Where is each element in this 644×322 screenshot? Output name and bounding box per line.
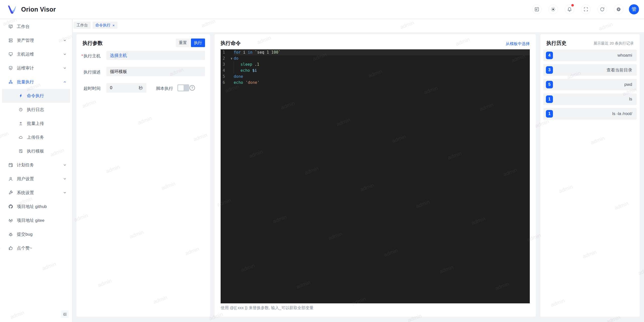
description-input[interactable]: 循环模板 <box>106 67 205 76</box>
gitee-icon <box>8 218 13 223</box>
notification-icon <box>567 7 572 12</box>
sidebar-item-exec-log[interactable]: 执行日志 <box>2 103 70 117</box>
sidebar-item-system-settings[interactable]: 系统设置 <box>2 186 70 200</box>
chevron-down-icon <box>63 66 67 70</box>
like-icon <box>8 246 13 251</box>
history-record[interactable]: 5pwd <box>543 79 637 90</box>
audit-icon <box>8 66 13 71</box>
sidebar-item-label: 执行模板 <box>27 148 44 154</box>
app-header: Orion Visor 管 <box>0 0 644 19</box>
timeout-input[interactable]: 0 秒 <box>106 83 146 93</box>
app-logo: Orion Visor <box>0 4 56 15</box>
code-button[interactable] <box>532 5 542 14</box>
help-icon[interactable]: ? <box>189 85 195 91</box>
code-text: sleep .1 <box>234 61 259 67</box>
exec-count-badge: 1 <box>546 110 553 118</box>
user-avatar[interactable]: 管 <box>629 4 639 14</box>
sidebar-item-assets[interactable]: 资产管理 <box>2 33 70 47</box>
header-actions <box>532 5 629 14</box>
collapse-sidebar-button[interactable] <box>61 310 69 318</box>
sidebar-item-gitee[interactable]: 项目地址 gitee <box>2 213 70 227</box>
refresh-button[interactable] <box>597 5 607 14</box>
sidebar-item-label: 用户设置 <box>17 176 34 182</box>
exec-params-title: 执行参数 <box>83 40 103 47</box>
sidebar-item-user-settings[interactable]: 用户设置 <box>2 172 70 186</box>
history-command: ls <box>629 97 632 102</box>
code-line-5: 5done <box>221 74 530 80</box>
run-button[interactable]: 执行 <box>191 39 205 47</box>
exec-count-badge: 1 <box>546 95 553 103</box>
tab-label: 工作台 <box>76 23 88 28</box>
code-line-3: 3sleep .1 <box>221 61 530 67</box>
select-from-template-link[interactable]: 从模板中选择 <box>506 41 530 47</box>
sidebar-item-upload-task[interactable]: 上传任务 <box>2 130 70 144</box>
system-settings-icon <box>8 190 13 195</box>
chevron-down-icon <box>63 52 67 56</box>
user-settings-icon <box>8 176 13 182</box>
sidebar-item-bug[interactable]: 提交bug <box>2 227 70 241</box>
line-number: 4 <box>221 67 234 74</box>
chevron-down-icon <box>63 163 67 167</box>
theme-button[interactable] <box>548 5 558 14</box>
batch-upload-icon <box>18 121 23 126</box>
tab-1[interactable]: 命令执行× <box>93 22 117 29</box>
sidebar-item-label: 点个赞~ <box>17 245 32 251</box>
sidebar-item-label: 批量上传 <box>27 121 44 126</box>
sidebar-item-workbench[interactable]: 工作台 <box>2 20 70 33</box>
exec-count-badge: 3 <box>546 66 553 74</box>
code-line-1: 1for i in `seq 1 100` <box>221 49 530 55</box>
history-record[interactable]: 1ls -la /root/ <box>543 108 637 120</box>
history-record[interactable]: 1ls <box>543 93 637 105</box>
host-select-field[interactable]: 选择主机 <box>106 51 205 60</box>
close-tab-icon[interactable]: × <box>112 23 115 27</box>
exec-history-panel: 执行历史 展示最近 20 条执行记录 4whoami3查看当前目录5pwd1ls… <box>540 34 640 317</box>
sidebar-item-audit[interactable]: 运维审计 <box>2 61 70 75</box>
tab-0[interactable]: 工作台 <box>74 22 91 29</box>
chevron-up-icon <box>63 80 67 84</box>
refresh-icon <box>600 7 605 12</box>
select-host-link[interactable]: 选择主机 <box>110 53 127 58</box>
tabs: 工作台命令执行× <box>73 19 644 29</box>
history-record[interactable]: 4whoami <box>543 50 637 61</box>
assets-icon <box>8 38 13 43</box>
code-editor[interactable]: 1for i in `seq 1 100`2∨do3sleep .14echo … <box>221 49 530 303</box>
sidebar-item-schedule[interactable]: 计划任务 <box>2 158 70 172</box>
sidebar-item-label: 提交bug <box>17 231 32 237</box>
sidebar-item-github[interactable]: 项目地址 github <box>2 200 70 213</box>
code-text: echo 'done' <box>234 80 260 86</box>
exec-command-panel: 执行命令 从模板中选择 1for i in `seq 1 100`2∨do3sl… <box>215 34 536 317</box>
reset-button[interactable]: 重置 <box>176 39 190 47</box>
notification-badge-dot <box>571 4 574 7</box>
exec-history-subtitle: 展示最近 20 条执行记录 <box>593 41 634 46</box>
sidebar-item-batch-exec[interactable]: 批量执行 <box>2 75 70 89</box>
line-number: 2∨ <box>221 55 234 61</box>
fullscreen-button[interactable] <box>581 5 591 14</box>
sidebar-item-exec-template[interactable]: 执行模板 <box>2 144 70 158</box>
script-exec-toggle[interactable] <box>177 84 189 91</box>
history-record[interactable]: 3查看当前目录 <box>543 64 637 76</box>
notification-button[interactable] <box>565 5 574 14</box>
sidebar-item-label: 资产管理 <box>17 38 34 43</box>
bug-icon <box>8 232 13 237</box>
orion-visor-logo-icon <box>7 4 18 15</box>
sidebar-item-batch-upload[interactable]: 批量上传 <box>2 117 70 130</box>
sidebar-item-label: 批量执行 <box>17 79 34 85</box>
history-command: ls -la /root/ <box>612 111 632 116</box>
sidebar-item-like[interactable]: 点个赞~ <box>2 241 70 255</box>
timeout-label: 超时时间 <box>76 86 101 91</box>
sidebar-item-label: 上传任务 <box>27 134 44 140</box>
code-text: for i in `seq 1 100` <box>234 49 281 55</box>
timeout-unit: 秒 <box>139 85 143 91</box>
settings-button[interactable] <box>614 5 623 14</box>
line-number: 5 <box>221 74 234 80</box>
sidebar-item-host-ops[interactable]: 主机运维 <box>2 47 70 61</box>
tab-label: 命令执行 <box>95 23 110 28</box>
script-exec-label: 脚本执行 <box>149 86 173 91</box>
description-value: 循环模板 <box>110 69 127 75</box>
collapse-menu-icon <box>63 312 67 316</box>
history-command: 查看当前目录 <box>607 67 632 73</box>
toggle-knob <box>178 85 184 91</box>
fold-chevron-icon[interactable]: ∨ <box>231 55 232 61</box>
sidebar-item-command-exec[interactable]: 命令执行 <box>2 89 70 103</box>
code-line-4: 4echo $i <box>221 67 530 74</box>
